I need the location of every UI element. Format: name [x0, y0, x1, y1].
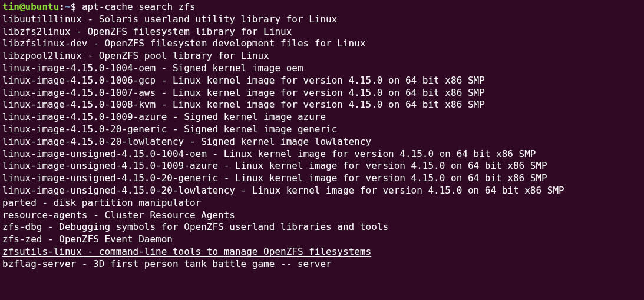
- output-line: resource-agents - Cluster Resource Agent…: [2, 209, 642, 222]
- prompt-user: tin@ubuntu: [2, 1, 59, 12]
- output-line: linux-image-unsigned-4.15.0-1009-azure -…: [2, 160, 642, 172]
- output-line: linux-image-4.15.0-1004-oem - Signed ker…: [2, 62, 642, 75]
- output-line: zfs-dbg - Debugging symbols for OpenZFS …: [2, 221, 642, 234]
- output-line: libzpool2linux - OpenZFS pool library fo…: [2, 50, 642, 62]
- output-line: linux-image-unsigned-4.15.0-20-generic -…: [2, 172, 642, 185]
- prompt-colon: :: [59, 1, 65, 12]
- prompt-line[interactable]: tin@ubuntu:~$ apt-cache search zfs: [2, 1, 642, 14]
- prompt-dollar: $: [71, 1, 77, 12]
- highlighted-output-line: zfsutils-linux - command-line tools to m…: [2, 246, 642, 258]
- output-line: bzflag-server - 3D first person tank bat…: [2, 258, 642, 271]
- prompt-path: ~: [65, 1, 71, 12]
- prompt-command: apt-cache search zfs: [76, 1, 195, 12]
- output-line: libzfslinux-dev - OpenZFS filesystem dev…: [2, 38, 642, 50]
- output-line: linux-image-4.15.0-1006-gcp - Linux kern…: [2, 75, 642, 87]
- output-line: parted - disk partition manipulator: [2, 197, 642, 209]
- output-line: linux-image-4.15.0-1009-azure - Signed k…: [2, 111, 642, 124]
- output-line: linux-image-4.15.0-1007-aws - Linux kern…: [2, 87, 642, 99]
- output-line: linux-image-4.15.0-20-generic - Signed k…: [2, 124, 642, 136]
- output-line: linux-image-unsigned-4.15.0-20-lowlatenc…: [2, 185, 642, 197]
- output-line: linux-image-unsigned-4.15.0-1004-oem - L…: [2, 148, 642, 161]
- output-line: zfs-zed - OpenZFS Event Daemon: [2, 234, 642, 246]
- output-line: linux-image-4.15.0-20-lowlatency - Signe…: [2, 136, 642, 148]
- output-line: linux-image-4.15.0-1008-kvm - Linux kern…: [2, 99, 642, 111]
- output-line: libuutil1linux - Solaris userland utilit…: [2, 14, 642, 26]
- output-line: libzfs2linux - OpenZFS filesystem librar…: [2, 26, 642, 38]
